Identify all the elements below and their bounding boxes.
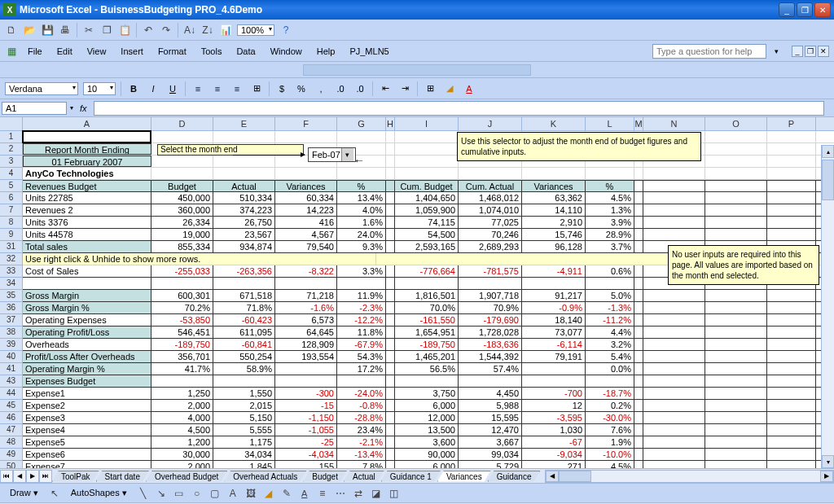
col-header[interactable]: I	[395, 117, 459, 130]
row-header[interactable]: 36	[0, 302, 22, 314]
save-icon[interactable]: 💾	[41, 24, 54, 37]
scroll-thumb[interactable]	[822, 160, 834, 200]
line-style-icon[interactable]: ≡	[316, 487, 329, 500]
undo-icon[interactable]: ↶	[142, 24, 155, 37]
currency-button[interactable]: $	[274, 81, 289, 96]
row-header[interactable]: 9	[0, 229, 22, 241]
italic-button[interactable]: I	[146, 81, 160, 96]
col-header[interactable]: H	[386, 117, 395, 130]
hscroll-thumb[interactable]	[559, 471, 591, 482]
mdi-minimize[interactable]: _	[792, 46, 803, 57]
sheet-tab[interactable]: Overhead Actuals	[224, 471, 306, 482]
help-search-input[interactable]	[652, 44, 766, 59]
menu-view[interactable]: View	[82, 45, 112, 58]
tab-prev-icon[interactable]: ◀	[13, 470, 26, 483]
decrease-decimal-button[interactable]: .0	[353, 81, 367, 96]
fx-icon[interactable]: fx	[77, 103, 90, 113]
sheet-tab[interactable]: Guidance	[488, 471, 541, 482]
row-header[interactable]: 34	[0, 278, 22, 290]
font-color-icon[interactable]: A	[298, 487, 311, 500]
row-header[interactable]: 41	[0, 363, 22, 375]
font-color-button[interactable]: A	[462, 81, 476, 96]
worksheet-grid[interactable]: A D E F G H I J K L M N O P 123456789313…	[0, 117, 834, 468]
cells-area[interactable]: Report Month Ending 01 February 2007 Any…	[23, 131, 834, 468]
menu-tools[interactable]: Tools	[196, 45, 227, 58]
shadow-icon[interactable]: ◪	[370, 487, 383, 500]
sheet-tab[interactable]: Start date	[96, 471, 149, 482]
formula-input[interactable]	[94, 101, 824, 116]
copy-icon[interactable]: ❐	[100, 24, 113, 37]
sheet-tab[interactable]: Actual	[344, 471, 384, 482]
help-search[interactable]	[652, 44, 766, 59]
menu-window[interactable]: Window	[266, 45, 307, 58]
font-size-selector[interactable]: 10	[83, 82, 116, 95]
row-header[interactable]: 43	[0, 375, 22, 388]
row-header[interactable]: 1	[0, 131, 22, 143]
row-header[interactable]: 7	[0, 204, 22, 217]
scroll-right-icon[interactable]: ▶	[820, 471, 833, 482]
row-header[interactable]: 8	[0, 217, 22, 229]
sheet-tab[interactable]: Budget	[303, 471, 347, 482]
row-header[interactable]: 38	[0, 327, 22, 339]
help-dropdown-icon[interactable]: ▾	[771, 47, 782, 55]
open-icon[interactable]: 📂	[23, 24, 36, 37]
name-box-dropdown-icon[interactable]: ▾	[70, 104, 73, 112]
select-all-corner[interactable]	[0, 117, 23, 130]
sort-asc-icon[interactable]: A↓	[183, 24, 196, 37]
sheet-tab[interactable]: Guidance 1	[381, 471, 441, 482]
month-selector[interactable]: Feb-07	[308, 147, 356, 162]
col-header[interactable]: F	[275, 117, 337, 130]
select-objects-icon[interactable]: ↖	[48, 487, 61, 500]
row-header[interactable]: 40	[0, 351, 22, 363]
wordart-icon[interactable]: A	[226, 487, 239, 500]
help-icon[interactable]: ?	[279, 24, 292, 37]
textbox-icon[interactable]: ▢	[208, 487, 222, 500]
col-header[interactable]: L	[586, 117, 634, 130]
line-icon[interactable]: ╲	[137, 487, 150, 500]
scroll-left-icon[interactable]: ◀	[546, 471, 559, 482]
row-header[interactable]: 35	[0, 290, 22, 302]
increase-decimal-button[interactable]: .0	[333, 81, 348, 96]
col-header[interactable]: N	[643, 117, 705, 130]
sheet-tab[interactable]: Overhead Budget	[146, 471, 227, 482]
name-box[interactable]: A1	[2, 102, 67, 115]
row-header[interactable]: 44	[0, 388, 22, 400]
sort-desc-icon[interactable]: Z↓	[201, 24, 214, 37]
row-header[interactable]: 4	[0, 168, 22, 180]
col-header[interactable]: A	[23, 117, 151, 130]
col-header[interactable]: G	[337, 117, 386, 130]
row-header[interactable]: 6	[0, 192, 22, 204]
3d-icon[interactable]: ◫	[388, 487, 401, 500]
oval-icon[interactable]: ○	[191, 487, 204, 500]
row-header[interactable]: 32	[0, 253, 22, 265]
line-color-icon[interactable]: ✎	[280, 487, 293, 500]
new-icon[interactable]: 🗋	[5, 24, 18, 37]
zoom-selector[interactable]: 100%	[237, 24, 274, 36]
row-header[interactable]: 37	[0, 314, 22, 327]
percent-button[interactable]: %	[294, 81, 309, 96]
col-header[interactable]: D	[151, 117, 213, 130]
decrease-indent-button[interactable]: ⇤	[378, 81, 393, 96]
menu-help[interactable]: Help	[312, 45, 340, 58]
align-center-button[interactable]: ≡	[210, 81, 225, 96]
fill-icon[interactable]: ◢	[262, 487, 275, 500]
chart-icon[interactable]: 📊	[219, 24, 232, 37]
sheet-tab[interactable]: ToolPak	[52, 471, 99, 482]
merge-button[interactable]: ⊞	[249, 81, 264, 96]
col-header[interactable]: O	[705, 117, 767, 130]
bold-button[interactable]: B	[126, 81, 141, 96]
col-header[interactable]: P	[767, 117, 816, 130]
row-header[interactable]: 47	[0, 424, 22, 436]
horizontal-scrollbar[interactable]: ◀ ▶	[545, 470, 834, 483]
scroll-down-icon[interactable]: ▾	[822, 455, 834, 468]
col-header[interactable]: J	[459, 117, 522, 130]
tab-next-icon[interactable]: ▶	[26, 470, 39, 483]
col-header[interactable]: K	[522, 117, 586, 130]
menu-data[interactable]: Data	[231, 45, 260, 58]
scroll-up-icon[interactable]: ▴	[822, 145, 834, 158]
increase-indent-button[interactable]: ⇥	[397, 81, 412, 96]
row-header[interactable]: 31	[0, 241, 22, 253]
clipart-icon[interactable]: 🖼	[244, 487, 257, 500]
borders-button[interactable]: ⊞	[423, 81, 437, 96]
menu-insert[interactable]: Insert	[116, 45, 148, 58]
